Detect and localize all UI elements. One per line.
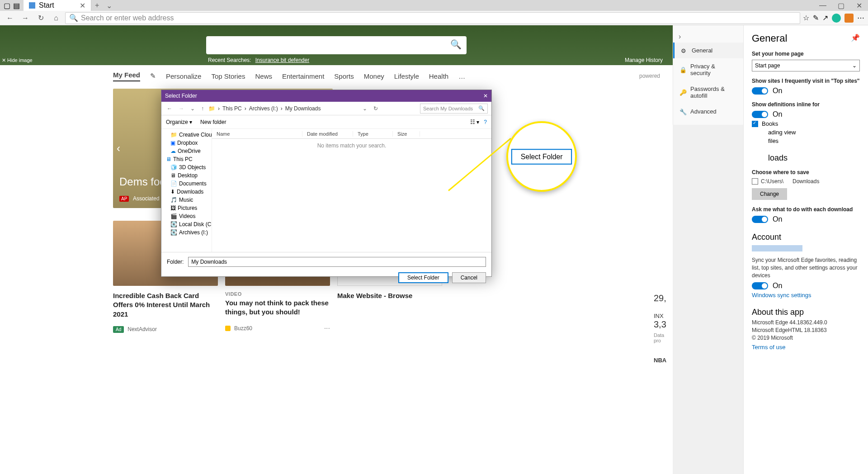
menu-icon[interactable]: ⋯ [857,14,864,22]
organize-menu[interactable]: Organize ▾ [166,119,192,125]
dialog-button-row: Select Folder Cancel [167,272,486,283]
feed-tab-more[interactable]: … [458,72,465,80]
ask-download-toggle[interactable] [752,216,768,223]
dlg-up-icon[interactable]: ↑ [199,105,206,112]
dlg-forward-icon[interactable]: → [177,105,186,112]
settings-nav-advanced[interactable]: 🔧 Advanced [673,104,743,119]
minimize-button[interactable]: — [814,0,832,11]
ad-badge: Ad [113,326,124,333]
view-options-icon[interactable]: ☷ ▾ [470,119,479,125]
toolbar-right: ☆ ✎ ↗ ⋯ [803,14,864,23]
extension-icon-2[interactable] [844,14,854,23]
favorites-icon[interactable]: ☆ [803,14,809,22]
recent-label: Recent Searches: [208,57,251,63]
expand-nav-icon[interactable]: › [673,31,743,43]
folder-tree[interactable]: 📁Creative Cloud Fil ▣Dropbox ☁OneDrive 🖥… [161,129,212,252]
refresh-button[interactable]: ↻ [34,12,47,24]
checkbox-checked-icon[interactable] [752,121,758,127]
folder-icon [752,178,758,185]
feed-tab-health[interactable]: Health [429,72,448,80]
sync-settings-link[interactable]: Windows sync settings [752,292,860,299]
about-line-3: © 2019 Microsoft [752,334,860,342]
breadcrumb-this-pc[interactable]: This PC [222,105,242,112]
tabs-icon[interactable]: ▤ [13,1,20,10]
browser-tab[interactable]: Start ✕ [24,0,91,11]
address-placeholder: Search or enter web address [81,14,174,22]
chevron-down-icon: ⌄ [852,62,857,69]
terms-link[interactable]: Terms of use [752,344,860,351]
search-icon: 🔍 [69,14,78,22]
tree-node: 🖼Pictures [164,204,209,212]
folder-input-row: Folder: [167,257,486,267]
toggle-state: On [773,282,782,290]
nav-label: Advanced [690,108,717,115]
address-bar[interactable]: 🔍 Search or enter web address [65,12,800,24]
breadcrumb-sep: › [245,105,246,112]
maximize-button[interactable]: ▢ [832,0,850,11]
select-folder-button[interactable]: Select Folder [398,272,448,283]
dlg-recent-icon[interactable]: ⌄ [189,105,197,112]
tab-dropdown[interactable]: ⌄ [103,1,116,10]
dlg-search-input[interactable]: Search My Downloads 🔍 [420,104,488,114]
tools-icon: 🔧 [679,109,686,115]
prev-story-icon[interactable]: ‹ [117,142,120,155]
sync-toggle[interactable] [752,282,768,289]
pin-icon[interactable]: 📌 [851,33,860,42]
dlg-refresh-icon[interactable]: ↻ [372,105,380,112]
definitions-toggle[interactable] [752,111,768,118]
dlg-back-icon[interactable]: ← [165,105,174,112]
dialog-close-icon[interactable]: ✕ [483,93,488,99]
home-page-select[interactable]: Start page ⌄ [752,60,860,71]
share-icon[interactable]: ↗ [822,14,828,22]
set-aside-icon[interactable]: ▢ [4,1,10,10]
help-icon[interactable]: ? [484,119,487,125]
back-button[interactable]: ← [4,12,16,24]
settings-nav-privacy[interactable]: 🔒 Privacy & security [673,58,743,81]
feed-tab-my-feed[interactable]: My Feed [113,71,140,81]
home-button[interactable]: ⌂ [50,12,62,24]
tree-node: 🧊3D Objects [164,163,209,171]
manage-history-link[interactable]: Manage History [625,57,663,63]
feed-tab-lifestyle[interactable]: Lifestyle [394,72,419,80]
column-headers[interactable]: Name Date modified Type Size [212,129,491,139]
tab-title: Start [39,1,54,9]
sync-toggle-row: On [752,282,860,290]
extension-icon-1[interactable] [832,14,841,23]
feed-tab-news[interactable]: News [255,72,272,80]
card-title: Make Website - Browse [337,291,442,300]
new-tab-button[interactable]: + [91,1,103,9]
magnifier-callout: Select Folder [506,121,577,192]
settings-nav-general[interactable]: ⚙ General [673,43,743,58]
tab-close-icon[interactable]: ✕ [80,1,85,10]
video-label: VIDEO [225,291,330,297]
hide-image-button[interactable]: ✕ Hide image [2,57,33,63]
feed-tab-money[interactable]: Money [364,72,384,80]
top-sites-toggle[interactable] [752,87,768,95]
new-folder-button[interactable]: New folder [200,119,226,125]
change-button[interactable]: Change [752,188,787,200]
search-submit-icon[interactable]: 🔍 [450,39,463,52]
forward-button[interactable]: → [19,12,32,24]
breadcrumb-my-downloads[interactable]: My Downloads [285,105,321,112]
folder-name-input[interactable] [188,257,486,267]
settings-nav-passwords[interactable]: 🔑 Passwords & autofill [673,81,743,104]
card-more-icon[interactable]: ··· [324,324,330,332]
stock-widget: 29, INX 3,3 Data pro NBA [651,286,673,371]
breadcrumb-archives[interactable]: Archives (I:) [249,105,278,112]
feed-tab-top-stories[interactable]: Top Stories [211,72,245,80]
files-checkbox-row[interactable]: files [768,137,860,144]
bing-search-box[interactable]: 🔍 [206,36,467,54]
close-button[interactable]: ✕ [850,0,868,11]
books-checkbox-row[interactable]: Books [752,120,860,127]
recent-item[interactable]: Insurance bit defender [255,57,309,63]
dlg-crumb-dropdown-icon[interactable]: ⌄ [361,105,369,112]
feed-tab-personalize[interactable]: Personalize [166,72,201,80]
feed-tab-sports[interactable]: Sports [334,72,354,80]
breadcrumb-sep: › [281,105,283,112]
reading-list-icon[interactable]: ✎ [813,14,819,22]
cancel-button[interactable]: Cancel [452,272,486,283]
select-folder-dialog: Select Folder ✕ ← → ⌄ ↑ 📁 › This PC › Ar… [161,90,492,277]
hero-banner: 🔍 Recent Searches: Insurance bit defende… [0,25,673,65]
feed-tab-entertainment[interactable]: Entertainment [282,72,324,80]
reading-checkbox-row[interactable]: ading view [768,129,860,136]
